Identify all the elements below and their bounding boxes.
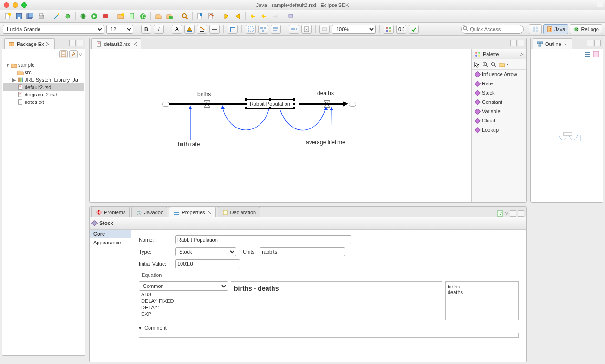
stock-rabbit-population[interactable]: Rabbit Population [246, 99, 294, 109]
variable-list[interactable]: birthsdeaths [445, 281, 519, 320]
back-history-button[interactable] [259, 11, 269, 21]
toggle-mark-button[interactable] [195, 11, 205, 21]
maximize-view-button[interactable] [77, 40, 83, 46]
close-icon[interactable] [207, 210, 212, 215]
align-button[interactable] [271, 25, 281, 34]
java-perspective-button[interactable]: JJava [543, 24, 568, 34]
new-button[interactable] [3, 11, 13, 21]
tree-diagram2-rsd[interactable]: diagram_2.rsd [3, 91, 84, 98]
view-menu-button[interactable]: ▽ [79, 52, 82, 57]
palette-influence-arrow[interactable]: Influence Arrow [472, 70, 526, 79]
maximize-editor-button[interactable] [518, 40, 524, 46]
relogo-perspective-button[interactable]: RReLogo [570, 24, 602, 34]
next-annotation-button[interactable] [221, 11, 232, 21]
comment-field[interactable] [139, 333, 519, 338]
minimize-view-button[interactable] [587, 40, 593, 46]
tools-button[interactable] [63, 11, 73, 21]
font-size-select[interactable]: 12 [106, 25, 133, 34]
minimize-editor-button[interactable] [510, 40, 517, 46]
hide-button[interactable] [319, 25, 330, 34]
tree-default2-rsd[interactable]: default2.rsd [3, 83, 84, 91]
grid-button[interactable] [384, 25, 394, 34]
pin-button[interactable] [286, 11, 296, 21]
new-package-button[interactable] [116, 11, 126, 21]
sync-button[interactable]: ⟳ [206, 11, 216, 21]
tab-problems[interactable]: !Problems [91, 207, 130, 217]
view-menu-button[interactable]: ▽ [505, 211, 508, 216]
wand-button[interactable] [52, 11, 62, 21]
chevron-right-icon[interactable]: ▷ [520, 51, 523, 57]
bold-button[interactable]: B [141, 25, 151, 34]
window-corner-icon[interactable] [597, 1, 603, 7]
pointer-icon[interactable] [474, 61, 480, 68]
quick-access-input[interactable] [461, 25, 524, 34]
tab-properties[interactable]: Properties [169, 207, 215, 217]
save-button[interactable] [14, 11, 24, 21]
function-list[interactable]: ABSDELAY FIXEDDELAY1EXP [139, 291, 228, 319]
function-group-select[interactable]: Common [139, 281, 228, 291]
open-perspective-button[interactable] [529, 24, 542, 34]
prev-annotation-button[interactable] [233, 11, 243, 21]
autosize-button[interactable] [301, 25, 312, 34]
close-icon[interactable] [563, 42, 568, 46]
zoom-out-icon[interactable] [490, 61, 497, 68]
palette-rate[interactable]: Rate [472, 79, 526, 88]
tab-javadoc[interactable]: @Javadoc [131, 207, 167, 217]
palette-variable[interactable]: Variable [472, 107, 526, 116]
fill-color-button[interactable] [184, 25, 195, 34]
forward-history-button[interactable] [270, 11, 280, 21]
prop-tab-core[interactable]: Core [90, 230, 131, 238]
tab-declaration[interactable]: Declaration [218, 207, 260, 217]
router-button[interactable] [228, 25, 238, 34]
minimize-view-button[interactable] [510, 210, 516, 217]
dropdown-icon[interactable]: ▾ [507, 62, 509, 66]
cloud-sink[interactable] [349, 102, 356, 107]
type-select[interactable]: Stock [175, 247, 236, 256]
package-explorer-tab[interactable]: Package Ex [4, 38, 55, 49]
editor-tab-default2[interactable]: default2.rsd [91, 38, 141, 49]
flow-deaths[interactable] [299, 103, 344, 105]
tree-src[interactable]: src [3, 69, 84, 76]
debug-button[interactable] [78, 11, 88, 21]
palette-cloud[interactable]: Cloud [472, 116, 526, 125]
zoom-in-icon[interactable] [482, 61, 488, 68]
maximize-view-button[interactable] [518, 210, 524, 217]
outline-thumbnail[interactable] [546, 73, 588, 202]
tree-project[interactable]: ▼sample [3, 61, 84, 69]
collapse-all-button[interactable] [59, 50, 68, 58]
new-type-button[interactable] [127, 11, 137, 21]
minimize-view-button[interactable] [69, 40, 76, 46]
palette-lookup[interactable]: Lookup [472, 125, 526, 134]
open-task-button[interactable] [153, 11, 163, 21]
maximize-view-button[interactable] [594, 40, 601, 46]
line-style-button[interactable] [209, 25, 220, 34]
outline-tab[interactable]: Outline [533, 38, 572, 49]
new-class-button[interactable]: C [138, 11, 148, 21]
initial-value-field[interactable] [175, 259, 240, 268]
quick-access[interactable] [461, 25, 524, 34]
comment-toggle[interactable]: ▾ Comment [139, 325, 519, 331]
show-categories-button[interactable] [496, 210, 504, 217]
tree-notes-txt[interactable]: notes.txt [3, 98, 84, 106]
units-field[interactable] [260, 247, 345, 256]
line-color-button[interactable] [197, 25, 207, 34]
palette-header[interactable]: Palette ▷ [472, 49, 526, 59]
select-all-button[interactable] [246, 25, 256, 34]
tree-jre[interactable]: ▶JRE System Library [Ja [3, 76, 84, 83]
outline-mode-tree-button[interactable] [584, 51, 591, 58]
distribute-button[interactable] [289, 25, 299, 34]
close-icon[interactable] [132, 42, 137, 46]
print-button[interactable] [36, 11, 46, 21]
font-color-button[interactable]: A [172, 25, 182, 34]
outline-mode-overview-button[interactable] [592, 51, 600, 58]
link-editor-button[interactable] [69, 50, 78, 58]
close-icon[interactable] [46, 42, 51, 46]
valve-deaths[interactable] [324, 100, 330, 108]
zoom-select[interactable]: 100% [332, 25, 376, 34]
validate-button[interactable] [409, 25, 419, 34]
arrange-button[interactable] [258, 25, 268, 34]
open-type-button[interactable] [164, 11, 175, 21]
italic-button[interactable]: I [154, 25, 164, 34]
palette-stock[interactable]: Stock [472, 88, 526, 97]
cloud-source[interactable] [162, 102, 169, 107]
